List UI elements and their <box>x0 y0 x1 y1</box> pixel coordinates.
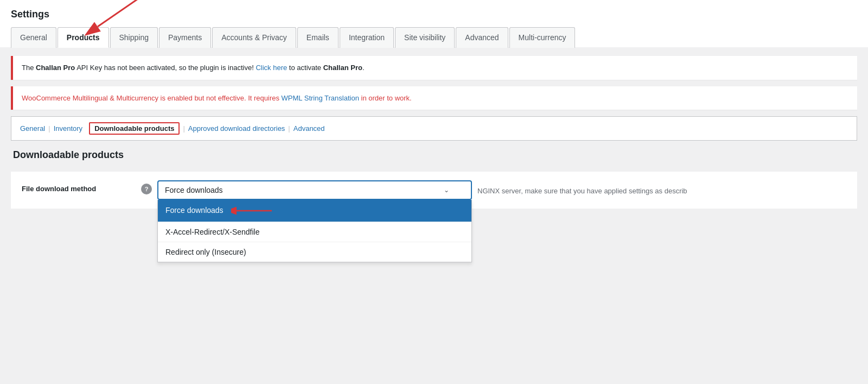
section-title: Downloadable products <box>11 149 857 161</box>
option-xaccel-label: X-Accel-Redirect/X-Sendfile <box>165 228 260 236</box>
challan-notice: The Challan Pro API Key has not been act… <box>11 56 857 80</box>
dropdown-option-force[interactable]: Force downloads <box>158 200 471 222</box>
sub-nav-approved-directories[interactable]: Approved download directories <box>188 124 285 133</box>
challan-bold-1: Challan Pro <box>36 64 75 72</box>
tab-general[interactable]: General <box>11 27 56 48</box>
tab-shipping[interactable]: Shipping <box>110 27 158 48</box>
form-row-download-method: File download method ? Force downloads ⌄… <box>11 172 857 209</box>
wpml-link[interactable]: WPML String Translation <box>282 94 359 102</box>
sub-nav-sep-3: | <box>183 124 184 133</box>
dropdown-wrapper-download-method: Force downloads ⌄ Force downloads <box>157 180 472 200</box>
tab-products[interactable]: Products <box>58 27 109 48</box>
tab-emails[interactable]: Emails <box>297 27 339 48</box>
dropdown-arrow-icon: ⌄ <box>444 186 449 194</box>
tab-integration[interactable]: Integration <box>340 27 394 48</box>
dropdown-option-redirect[interactable]: Redirect only (Insecure) <box>158 242 471 262</box>
challan-bold-2: Challan Pro <box>323 64 362 72</box>
settings-header: Settings General Products Shipping Payme… <box>0 0 868 47</box>
page-title: Settings <box>11 9 857 20</box>
wpml-notice-text: WooCommerce Multilingual & Multicurrency… <box>22 93 848 104</box>
option-force-label: Force downloads <box>165 206 224 215</box>
field-download-method: ? Force downloads ⌄ Force downloads <box>141 180 846 200</box>
help-icon-download-method[interactable]: ? <box>141 184 152 194</box>
sub-nav-sep-1: | <box>48 124 50 133</box>
dropdown-options-download-method: Force downloads <box>157 200 472 262</box>
main-nav-tabs: General Products Shipping Payments Accou… <box>11 27 857 47</box>
option-redirect-label: Redirect only (Insecure) <box>165 248 246 256</box>
sub-nav: General | Inventory Downloadable product… <box>11 116 857 141</box>
sub-nav-advanced[interactable]: Advanced <box>293 124 325 133</box>
dropdown-selected-download-method[interactable]: Force downloads ⌄ <box>157 180 472 200</box>
tab-advanced[interactable]: Advanced <box>456 27 508 48</box>
dropdown-option-xaccel[interactable]: X-Accel-Redirect/X-Sendfile <box>158 222 471 242</box>
field-label-download-method: File download method <box>22 180 141 193</box>
tab-payments[interactable]: Payments <box>159 27 211 48</box>
challan-notice-text: The Challan Pro API Key has not been act… <box>22 62 848 73</box>
main-content: The Challan Pro API Key has not been act… <box>0 47 868 220</box>
field-description-download-method: NGINX server, make sure that you have ap… <box>477 182 846 195</box>
sub-nav-sep-4: | <box>288 124 290 133</box>
dropdown-selected-text: Force downloads <box>165 186 223 194</box>
wpml-notice: WooCommerce Multilingual & Multicurrency… <box>11 86 857 110</box>
tab-accounts-privacy[interactable]: Accounts & Privacy <box>212 27 296 48</box>
tab-multi-currency[interactable]: Multi-currency <box>509 27 576 48</box>
tab-site-visibility[interactable]: Site visibility <box>395 27 455 48</box>
sub-nav-general[interactable]: General <box>20 124 45 133</box>
sub-nav-downloadable-products[interactable]: Downloadable products <box>89 122 180 135</box>
sub-nav-inventory[interactable]: Inventory <box>54 124 82 133</box>
page-wrapper: Settings General Products Shipping Payme… <box>0 0 868 384</box>
challan-click-here-link[interactable]: Click here <box>256 64 287 72</box>
